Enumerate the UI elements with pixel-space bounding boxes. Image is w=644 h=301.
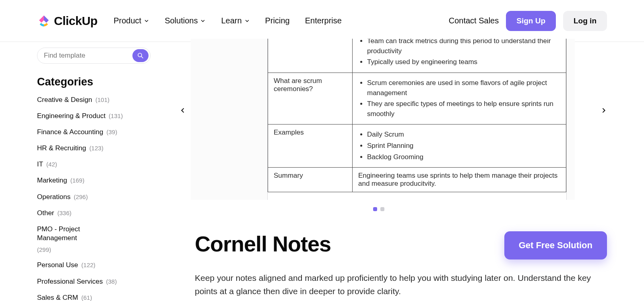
chevron-right-icon [601, 107, 607, 114]
nav-product[interactable]: Product [114, 16, 149, 25]
table-row: Summary Engineering teams use sprints to… [268, 168, 566, 192]
simple-table-heading: Simple Table Template [268, 192, 566, 200]
category-pmo[interactable]: PMO - Project Management (299) [37, 225, 114, 254]
top-nav: ClickUp Product Solutions Learn Pricing … [0, 0, 644, 42]
categories-list: Creative & Design (101) Engineering & Pr… [37, 95, 151, 301]
category-count: (101) [95, 96, 109, 104]
bullet: Team can track metrics during this perio… [367, 39, 560, 56]
category-engineering-product[interactable]: Engineering & Product (131) [37, 112, 151, 120]
category-label: Marketing [37, 176, 67, 185]
nav-label: Learn [221, 16, 242, 25]
bullet: Typically used by engineering teams [367, 57, 560, 67]
svg-line-1 [141, 56, 143, 58]
row-value: Scrum ceremonies are used in some flavor… [353, 73, 566, 125]
carousel-indicators [151, 207, 607, 211]
notes-table: Team can track metrics during this perio… [268, 39, 566, 192]
category-count: (38) [106, 278, 117, 286]
row-value: Engineering teams use sprints to help th… [353, 168, 566, 192]
category-label: Engineering & Product [37, 112, 105, 120]
nav-solutions[interactable]: Solutions [165, 16, 206, 25]
category-label: Sales & CRM [37, 293, 78, 301]
table-row: Examples Daily Scrum Sprint Planning Bac… [268, 125, 566, 168]
category-label: Creative & Design [37, 95, 92, 104]
bullet: Daily Scrum [367, 130, 560, 140]
brand-name: ClickUp [54, 14, 97, 28]
carousel-dot-1[interactable] [373, 207, 377, 211]
bullet: Sprint Planning [367, 141, 560, 151]
notes-document: Team can track metrics during this perio… [267, 39, 567, 200]
category-count: (42) [46, 160, 57, 168]
category-it[interactable]: IT (42) [37, 160, 151, 169]
svg-point-0 [138, 53, 142, 57]
primary-nav: Product Solutions Learn Pricing Enterpri… [114, 16, 342, 25]
category-operations[interactable]: Operations (296) [37, 193, 151, 201]
category-label: Personal Use [37, 261, 78, 270]
nav-learn[interactable]: Learn [221, 16, 250, 25]
brand-logo[interactable]: ClickUp [37, 14, 97, 28]
table-row: Team can track metrics during this perio… [268, 39, 566, 73]
category-creative-design[interactable]: Creative & Design (101) [37, 95, 151, 104]
row-key [268, 39, 353, 73]
get-free-solution-button[interactable]: Get Free Solution [504, 231, 607, 259]
page-title: Cornell Notes [195, 231, 331, 256]
category-label: Other [37, 209, 54, 218]
contact-sales-link[interactable]: Contact Sales [449, 16, 499, 25]
category-label: Finance & Accounting [37, 128, 103, 137]
categories-heading: Categories [37, 76, 151, 88]
category-sales-crm[interactable]: Sales & CRM (61) [37, 293, 151, 301]
category-count: (169) [70, 176, 85, 185]
category-finance-accounting[interactable]: Finance & Accounting (39) [37, 128, 151, 137]
chevron-left-icon [180, 107, 186, 114]
category-personal-use[interactable]: Personal Use (122) [37, 261, 151, 270]
row-key: Summary [268, 168, 353, 192]
chevron-down-icon [244, 18, 250, 24]
category-label: IT [37, 160, 43, 169]
login-button[interactable]: Log in [563, 11, 607, 31]
clickup-logo-icon [37, 14, 51, 28]
row-value: Team can track metrics during this perio… [353, 39, 566, 73]
row-key: Examples [268, 125, 353, 168]
category-count: (39) [106, 128, 117, 136]
signup-button[interactable]: Sign Up [506, 11, 556, 31]
category-label: HR & Recruiting [37, 144, 86, 153]
category-label: Operations [37, 193, 70, 201]
category-marketing[interactable]: Marketing (169) [37, 176, 151, 185]
carousel-prev[interactable] [175, 103, 190, 118]
nav-pricing[interactable]: Pricing [265, 16, 290, 25]
sidebar: Categories Creative & Design (101) Engin… [37, 42, 151, 301]
carousel-slide: Team can track metrics during this perio… [191, 39, 575, 200]
carousel-dot-2[interactable] [380, 207, 384, 211]
carousel-next[interactable] [597, 103, 611, 118]
category-count: (299) [37, 246, 51, 254]
template-search [37, 48, 151, 64]
bullet: Scrum ceremonies are used in some flavor… [367, 78, 560, 98]
table-row: What are scrum ceremonies? Scrum ceremon… [268, 73, 566, 125]
nav-label: Pricing [265, 16, 290, 25]
nav-label: Solutions [165, 16, 198, 25]
category-professional-services[interactable]: Professional Services (38) [37, 277, 151, 286]
chevron-down-icon [200, 18, 206, 24]
nav-enterprise[interactable]: Enterprise [305, 16, 342, 25]
category-count: (123) [89, 144, 103, 152]
template-carousel: Team can track metrics during this perio… [151, 39, 607, 211]
search-icon [137, 52, 144, 59]
top-actions: Contact Sales Sign Up Log in [449, 11, 607, 31]
chevron-down-icon [144, 18, 149, 24]
row-value: Daily Scrum Sprint Planning Backlog Groo… [353, 125, 566, 168]
category-label: PMO - Project Management [37, 225, 114, 243]
nav-label: Enterprise [305, 16, 342, 25]
main-content: Team can track metrics during this perio… [151, 42, 607, 301]
search-button[interactable] [132, 49, 149, 62]
bullet: They are specific types of meetings to h… [367, 99, 560, 119]
category-other[interactable]: Other (336) [37, 209, 151, 218]
category-label: Professional Services [37, 277, 103, 286]
category-count: (296) [74, 193, 88, 201]
row-key: What are scrum ceremonies? [268, 73, 353, 125]
category-count: (336) [58, 209, 72, 217]
search-input[interactable] [44, 52, 129, 60]
category-count: (61) [81, 294, 92, 301]
category-count: (122) [81, 261, 95, 269]
bullet: Backlog Grooming [367, 152, 560, 162]
nav-label: Product [114, 16, 141, 25]
category-hr-recruiting[interactable]: HR & Recruiting (123) [37, 144, 151, 153]
